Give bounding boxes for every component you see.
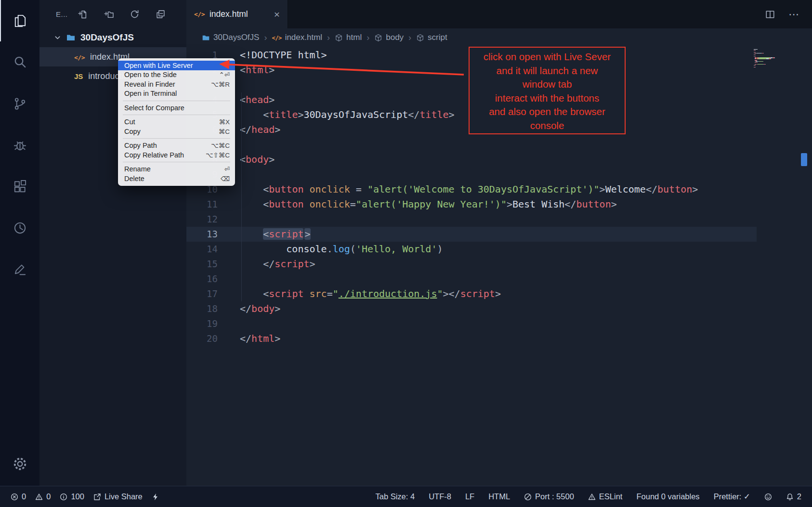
- menu-item-delete[interactable]: Delete⌫: [118, 174, 235, 183]
- line-number: 17: [186, 286, 218, 301]
- code-line-19[interactable]: 19: [186, 316, 812, 331]
- status-notifications[interactable]: 2: [786, 492, 801, 501]
- menu-separator: [123, 101, 230, 101]
- new-file-icon[interactable]: [78, 9, 88, 19]
- code-line-9[interactable]: 9: [186, 167, 812, 182]
- status-feedback-smiley[interactable]: [764, 493, 772, 501]
- more-actions-icon[interactable]: ⋯: [788, 8, 799, 21]
- menu-item-open-in-terminal[interactable]: Open in Terminal: [118, 89, 235, 99]
- code-line-18[interactable]: 18</body>: [186, 301, 812, 316]
- menu-item-label: Open to the Side: [124, 71, 177, 78]
- new-folder-icon[interactable]: [104, 9, 114, 19]
- status-warnings[interactable]: 0: [35, 492, 51, 501]
- minimap[interactable]: [754, 49, 796, 68]
- breadcrumb-item-script[interactable]: script: [416, 33, 447, 42]
- annotation-text: console: [470, 119, 625, 133]
- status-eslint[interactable]: ESLint: [588, 492, 623, 501]
- menu-item-select-for-compare[interactable]: Select for Compare: [118, 103, 235, 113]
- history-icon[interactable]: [0, 207, 39, 248]
- overview-ruler-marker: [801, 153, 807, 166]
- line-number: 16: [186, 272, 218, 286]
- workspace-root-row[interactable]: 30DaysOfJS: [39, 28, 186, 47]
- menu-item-label: Copy: [124, 128, 141, 135]
- menu-item-shortcut: ⌥⌘C: [211, 142, 230, 149]
- tab-index-html[interactable]: </> index.html ×: [186, 0, 288, 28]
- search-icon[interactable]: [0, 41, 39, 83]
- menu-item-shortcut: ⌥⇧⌘C: [206, 151, 230, 159]
- breadcrumb-item-index.html[interactable]: </>index.html: [272, 33, 322, 42]
- chevron-down-icon: [54, 34, 61, 41]
- menu-item-copy-relative-path[interactable]: Copy Relative Path⌥⇧⌘C: [118, 150, 235, 160]
- line-content: <!DOCTYPE html>: [240, 48, 327, 63]
- code-line-15[interactable]: 15 </script>: [186, 257, 812, 272]
- code-line-13[interactable]: 13 <script>: [186, 227, 757, 242]
- status-tab-size[interactable]: Tab Size: 4: [376, 492, 415, 501]
- menu-item-cut[interactable]: Cut⌘X: [118, 117, 235, 127]
- code-line-10[interactable]: 10 <button onclick = "alert('Welcome to …: [186, 182, 812, 197]
- code-line-7[interactable]: 7: [186, 137, 812, 152]
- status-variables-text: Found 0 variables: [636, 492, 699, 501]
- close-tab-icon[interactable]: ×: [274, 9, 280, 19]
- menu-item-label: Select for Compare: [124, 104, 184, 112]
- context-menu: Open with Live ServerOpen to the Side⌃⏎R…: [118, 58, 235, 186]
- status-eol[interactable]: LF: [465, 492, 474, 501]
- status-live-server-port[interactable]: Port : 5500: [524, 492, 574, 501]
- status-errors[interactable]: 0: [11, 492, 26, 501]
- activity-bar-bottom: [0, 450, 39, 479]
- explorer-icon[interactable]: [0, 0, 39, 41]
- status-encoding-text: UTF-8: [429, 492, 451, 501]
- status-info-count[interactable]: 100: [60, 492, 84, 501]
- line-content: <html>: [240, 63, 275, 78]
- status-language-mode[interactable]: HTML: [488, 492, 510, 501]
- status-variables[interactable]: Found 0 variables: [636, 492, 699, 501]
- breadcrumb-label: html: [346, 33, 362, 42]
- extensions-icon[interactable]: [0, 166, 39, 207]
- line-content: <button onclick = "alert('Welcome to 30D…: [240, 182, 698, 197]
- menu-item-rename[interactable]: Rename⏎: [118, 165, 235, 174]
- workspace-root-label: 30DaysOfJS: [80, 32, 134, 43]
- status-prettier[interactable]: Prettier: ✓: [714, 492, 750, 501]
- cube-icon: [416, 34, 424, 42]
- menu-item-shortcut: ⌘X: [219, 118, 230, 126]
- status-live-share[interactable]: Live Share: [93, 492, 143, 501]
- code-line-8[interactable]: 8<body>: [186, 152, 812, 167]
- code-line-11[interactable]: 11 <button onclick="alert('Happy New Yea…: [186, 197, 812, 212]
- breadcrumb-item-body[interactable]: body: [374, 33, 404, 42]
- folder-icon: [66, 33, 76, 42]
- menu-item-open-to-the-side[interactable]: Open to the Side⌃⏎: [118, 70, 235, 80]
- cube-icon: [374, 34, 382, 42]
- menu-item-reveal-in-finder[interactable]: Reveal in Finder⌥⌘R: [118, 79, 235, 89]
- collapse-all-icon[interactable]: [156, 9, 166, 19]
- code-line-16[interactable]: 16: [186, 272, 812, 286]
- menu-item-copy-path[interactable]: Copy Path⌥⌘C: [118, 141, 235, 151]
- line-content: console.log('Hello, World'): [240, 242, 443, 257]
- breadcrumb-separator: ›: [365, 33, 371, 43]
- menu-item-shortcut: ⌘C: [219, 128, 230, 135]
- code-line-20[interactable]: 20</html>: [186, 331, 812, 346]
- breadcrumb-item-html[interactable]: html: [335, 33, 362, 42]
- activity-bar-items: [0, 0, 39, 290]
- menu-item-open-with-live-server[interactable]: Open with Live Server: [118, 61, 235, 70]
- code-line-12[interactable]: 12: [186, 212, 812, 227]
- code-line-17[interactable]: 17 <script src="./introduction.js"></scr…: [186, 286, 812, 301]
- menu-item-shortcut: ⌥⌘R: [211, 80, 230, 88]
- annotation-text: click on open with Live Sever: [470, 50, 625, 64]
- warning-icon: [588, 493, 596, 501]
- status-power[interactable]: [152, 493, 159, 501]
- activity-bar: [0, 0, 39, 486]
- status-encoding[interactable]: UTF-8: [429, 492, 451, 501]
- feedback-icon[interactable]: [0, 248, 39, 290]
- annotation-text: interact with the buttons: [470, 91, 625, 105]
- settings-gear-icon[interactable]: [12, 456, 28, 474]
- source-control-icon[interactable]: [0, 83, 39, 124]
- breadcrumb-item-30DaysOfJS[interactable]: 30DaysOfJS: [202, 33, 259, 42]
- menu-item-copy[interactable]: Copy⌘C: [118, 127, 235, 136]
- line-content: <body>: [240, 152, 275, 167]
- code-line-14[interactable]: 14 console.log('Hello, World'): [186, 242, 812, 257]
- annotation-text: and it will launch a new: [470, 64, 625, 78]
- run-debug-icon[interactable]: [0, 124, 39, 166]
- split-editor-icon[interactable]: [765, 10, 775, 19]
- refresh-icon[interactable]: [130, 9, 140, 19]
- menu-item-shortcut: ⌫: [221, 175, 230, 182]
- line-number: 13: [186, 227, 218, 242]
